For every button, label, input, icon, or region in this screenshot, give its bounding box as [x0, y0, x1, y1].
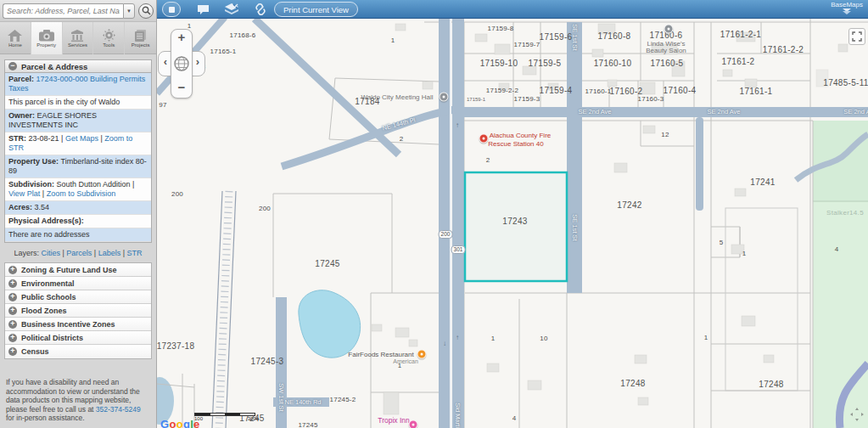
identify-tool-button[interactable]: [162, 2, 181, 17]
map-navigation-widget: + − ‹ ›: [158, 29, 205, 99]
speech-bubble-icon: [197, 4, 210, 15]
pan-arrows-icon: [850, 408, 864, 421]
zoom-out-button[interactable]: −: [171, 80, 193, 94]
scale-label: 300ft: [248, 416, 259, 421]
search-input[interactable]: [3, 3, 123, 19]
field-value: 3.54: [35, 203, 50, 211]
parcel-row: Subdivision: South Dutton Addition | Vie…: [5, 178, 151, 201]
main-toolbar: Home Property Services Tools Projects: [0, 22, 156, 54]
layer-toggle-link[interactable]: Parcels: [66, 249, 92, 257]
camera-icon: [39, 30, 54, 42]
beauty-salon-marker[interactable]: [664, 25, 674, 34]
expand-plus-icon: +: [8, 347, 17, 356]
fullscreen-icon: [852, 31, 862, 42]
basemaps-button[interactable]: BaseMaps: [831, 1, 863, 14]
google-logo-letter: o: [169, 418, 176, 428]
share-link-button[interactable]: [250, 2, 271, 17]
expand-plus-icon: +: [8, 266, 17, 274]
parcel-row: This parcel is in the city of Waldo: [5, 96, 151, 110]
field-value: |: [40, 189, 46, 198]
accordion-political-districts[interactable]: +Political Districts: [5, 331, 151, 345]
globe-icon: [173, 55, 190, 72]
field-value: There are no addresses: [8, 230, 90, 239]
field-value: South Dutton Addition |: [57, 180, 135, 189]
tab-home[interactable]: Home: [0, 22, 31, 54]
zoom-in-button[interactable]: +: [171, 30, 193, 44]
notice-text: for in-person assistance.: [6, 414, 85, 422]
google-logo-letter: o: [176, 418, 183, 428]
tab-projects[interactable]: Projects: [125, 22, 156, 54]
search-button[interactable]: [138, 3, 154, 19]
layer-toggle-link[interactable]: Labels: [98, 249, 121, 257]
link[interactable]: 17243-000-000: [36, 75, 88, 83]
search-type-dropdown[interactable]: ▼: [123, 3, 135, 19]
fire-station-marker[interactable]: [479, 134, 489, 144]
layers-tool-button[interactable]: [221, 2, 242, 17]
accordion-environmental[interactable]: +Environmental: [5, 277, 151, 290]
accordion-flood-zones[interactable]: +Flood Zones: [5, 304, 151, 318]
meeting-hall-marker[interactable]: [440, 93, 449, 102]
home-icon: [8, 30, 22, 42]
pan-arrows-button[interactable]: [850, 408, 864, 421]
accordion-business-incentive-zones[interactable]: +Business Incentive Zones: [5, 318, 151, 331]
field-value: This parcel is in the city of Waldo: [8, 98, 120, 106]
print-current-view-button[interactable]: Print Current View: [274, 2, 358, 17]
app: Print Current View BaseMaps + − ‹ ›: [0, 0, 868, 428]
tab-tools[interactable]: Tools: [93, 22, 125, 54]
accessibility-notice-1: If you have a disability and need an acc…: [4, 378, 152, 423]
map-canvas[interactable]: Print Current View BaseMaps + − ‹ ›: [157, 0, 868, 428]
parcel-panel-header[interactable]: − Parcel & Address: [4, 59, 152, 73]
parcel-row: Physical Address(s):: [5, 215, 151, 228]
tab-services[interactable]: Services: [63, 22, 94, 54]
separator: |: [120, 249, 126, 257]
tab-property[interactable]: Property: [31, 22, 63, 54]
building-icon: [70, 30, 84, 42]
map-scale-bar: 100300ft: [194, 413, 259, 421]
parcel-info-rows: Parcel: 17243-000-000 Building Permits T…: [4, 73, 152, 243]
field-label: Property Use:: [8, 157, 61, 166]
pan-left-button[interactable]: ‹: [160, 55, 171, 68]
layers-prefix: Layers:: [14, 249, 41, 257]
link[interactable]: Taxes: [8, 84, 29, 93]
link[interactable]: View Plat: [8, 189, 40, 198]
expand-plus-icon: +: [8, 307, 17, 315]
expand-plus-icon: +: [8, 334, 17, 342]
accordion-public-schools[interactable]: +Public Schools: [5, 290, 151, 304]
pan-right-button[interactable]: ›: [193, 55, 203, 68]
phone-link[interactable]: 352-374-5249: [96, 405, 141, 414]
chevron-down-icon: [843, 11, 851, 14]
layer-toggle-link[interactable]: Cities: [41, 249, 60, 257]
globe-home-button[interactable]: [173, 55, 190, 72]
google-logo-letter: g: [183, 418, 190, 428]
separator: |: [92, 249, 98, 257]
tropix-inn-marker[interactable]: [409, 420, 418, 428]
link[interactable]: Zoom to Subdivision: [47, 189, 116, 198]
field-value: 23-08-21 |: [29, 134, 65, 143]
parcel-row: Parcel: 17243-000-000 Building Permits T…: [5, 73, 151, 96]
collapse-minus-icon: −: [8, 62, 17, 70]
layers-line: Layers: Cities | Parcels | Labels | STR: [4, 243, 152, 262]
sidebar: ▼ Home Property Services: [0, 0, 157, 428]
accordion-census[interactable]: +Census: [5, 345, 151, 358]
link[interactable]: Get Maps: [65, 134, 98, 143]
layer-toggle-link[interactable]: STR: [127, 249, 143, 257]
comment-tool-button[interactable]: [193, 2, 213, 17]
caret-down-icon: ▼: [126, 8, 132, 14]
field-label: Subdivision:: [8, 180, 57, 189]
scale-label: 100: [194, 416, 203, 421]
search-bar: ▼: [0, 0, 156, 22]
field-label: STR:: [8, 134, 29, 143]
layer-accordion: +Zoning & Future Land Use +Environmental…: [4, 262, 152, 359]
search-icon: [142, 6, 151, 15]
link[interactable]: Building Permits: [90, 75, 145, 83]
link-icon: [255, 3, 266, 15]
field-label: Owner:: [8, 111, 37, 120]
expand-plus-icon: +: [8, 293, 17, 301]
fullscreen-button[interactable]: [848, 28, 865, 45]
restaurant-marker[interactable]: [417, 350, 427, 359]
gear-icon: [103, 29, 115, 42]
expand-plus-icon: +: [8, 279, 17, 288]
accordion-zoning[interactable]: +Zoning & Future Land Use: [5, 263, 151, 277]
expand-plus-icon: +: [8, 320, 17, 329]
parcel-panel-title: Parcel & Address: [21, 62, 87, 71]
